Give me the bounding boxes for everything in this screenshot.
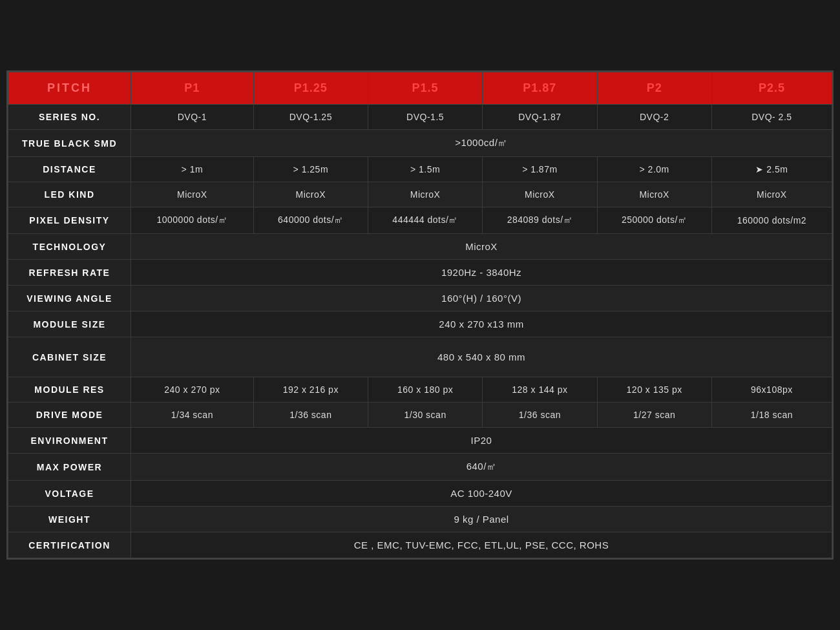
col-header-p1-5: P1.5 <box>368 72 482 105</box>
row-cell: 1/36 scan <box>253 403 368 428</box>
row-span-cell: IP20 <box>131 428 832 454</box>
row-cell: 1/36 scan <box>483 403 597 428</box>
row-cell: MicroX <box>368 182 482 207</box>
row-cell: MicroX <box>131 182 254 207</box>
row-cell: 444444 dots/㎡ <box>368 207 482 234</box>
table-row: DRIVE MODE1/34 scan1/36 scan1/30 scan1/3… <box>8 403 832 428</box>
table-row: SERIES NO.DVQ-1DVQ-1.25DVQ-1.5DVQ-1.87DV… <box>8 105 832 130</box>
row-label: CERTIFICATION <box>8 532 131 558</box>
row-cell: 1/30 scan <box>368 403 482 428</box>
table-row: MODULE SIZE240 x 270 x13 mm <box>8 311 832 337</box>
col-header-p2: P2 <box>597 72 711 105</box>
row-label: DRIVE MODE <box>8 403 131 428</box>
col-header-p1-87: P1.87 <box>483 72 597 105</box>
row-label: TECHNOLOGY <box>8 234 131 260</box>
table-row: VOLTAGEAC 100-240V <box>8 481 832 507</box>
row-cell: 640000 dots/㎡ <box>253 207 368 234</box>
row-label: SERIES NO. <box>8 105 131 130</box>
table-row: MAX POWER640/㎡ <box>8 454 832 481</box>
row-cell: MicroX <box>483 182 597 207</box>
row-span-cell: 640/㎡ <box>131 454 832 481</box>
row-cell: DVQ- 2.5 <box>711 105 832 130</box>
row-span-cell: 480 x 540 x 80 mm <box>131 337 832 377</box>
row-cell: > 1.5m <box>368 157 482 182</box>
row-cell: MicroX <box>253 182 368 207</box>
row-cell: 160000 dots/m2 <box>711 207 832 234</box>
row-cell: 160 x 180 px <box>368 377 482 403</box>
row-span-cell: AC 100-240V <box>131 481 832 507</box>
header-row: PITCH P1 P1.25 P1.5 P1.87 P2 P2.5 <box>8 72 832 105</box>
row-cell: DVQ-1.87 <box>483 105 597 130</box>
row-label: TRUE BLACK SMD <box>8 130 131 157</box>
table-row: CERTIFICATIONCE , EMC, TUV-EMC, FCC, ETL… <box>8 532 832 558</box>
row-cell: DVQ-2 <box>597 105 711 130</box>
row-label: MODULE SIZE <box>8 311 131 337</box>
row-span-cell: 160°(H) / 160°(V) <box>131 286 832 311</box>
table-row: WEIGHT9 kg / Panel <box>8 507 832 532</box>
row-span-cell: 1920Hz - 3840Hz <box>131 260 832 286</box>
row-cell: 96x108px <box>711 377 832 403</box>
row-cell: 250000 dots/㎡ <box>597 207 711 234</box>
row-cell: 1/34 scan <box>131 403 254 428</box>
row-label: REFRESH RATE <box>8 260 131 286</box>
row-cell: 120 x 135 px <box>597 377 711 403</box>
table-row: TECHNOLOGYMicroX <box>8 234 832 260</box>
row-label: DISTANCE <box>8 157 131 182</box>
table-row: ENVIRONMENTIP20 <box>8 428 832 454</box>
table-row: VIEWING ANGLE160°(H) / 160°(V) <box>8 286 832 311</box>
table-row: CABINET SIZE480 x 540 x 80 mm <box>8 337 832 377</box>
row-cell: 128 x 144 px <box>483 377 597 403</box>
row-cell: MicroX <box>597 182 711 207</box>
row-label: PIXEL DENSITY <box>8 207 131 234</box>
row-cell: ➤ 2.5m <box>711 157 832 182</box>
table-row: DISTANCE> 1m> 1.25m> 1.5m> 1.87m> 2.0m➤ … <box>8 157 832 182</box>
row-label: WEIGHT <box>8 507 131 532</box>
spec-table: PITCH P1 P1.25 P1.5 P1.87 P2 P2.5 SERIES… <box>8 72 832 558</box>
row-cell: > 2.0m <box>597 157 711 182</box>
col-header-p1: P1 <box>131 72 254 105</box>
row-cell: 284089 dots/㎡ <box>483 207 597 234</box>
row-span-cell: 240 x 270 x13 mm <box>131 311 832 337</box>
row-label: ENVIRONMENT <box>8 428 131 454</box>
table-row: TRUE BLACK SMD>1000cd/㎡ <box>8 130 832 157</box>
row-span-cell: CE , EMC, TUV-EMC, FCC, ETL,UL, PSE, CCC… <box>131 532 832 558</box>
row-cell: 1/27 scan <box>597 403 711 428</box>
row-label: MAX POWER <box>8 454 131 481</box>
row-cell: 1/18 scan <box>711 403 832 428</box>
col-header-p2-5: P2.5 <box>711 72 832 105</box>
row-cell: 240 x 270 px <box>131 377 254 403</box>
row-cell: 1000000 dots/㎡ <box>131 207 254 234</box>
table-row: MODULE RES240 x 270 px192 x 216 px160 x … <box>8 377 832 403</box>
row-label: CABINET SIZE <box>8 337 131 377</box>
row-label: VIEWING ANGLE <box>8 286 131 311</box>
row-cell: MicroX <box>711 182 832 207</box>
row-cell: 192 x 216 px <box>253 377 368 403</box>
spec-table-wrapper: PITCH P1 P1.25 P1.5 P1.87 P2 P2.5 SERIES… <box>6 70 834 560</box>
row-cell: DVQ-1.5 <box>368 105 482 130</box>
row-cell: > 1m <box>131 157 254 182</box>
table-row: LED KINDMicroXMicroXMicroXMicroXMicroXMi… <box>8 182 832 207</box>
row-cell: DVQ-1 <box>131 105 254 130</box>
row-cell: DVQ-1.25 <box>253 105 368 130</box>
row-label: LED KIND <box>8 182 131 207</box>
table-row: PIXEL DENSITY1000000 dots/㎡640000 dots/㎡… <box>8 207 832 234</box>
row-span-cell: MicroX <box>131 234 832 260</box>
row-span-cell: 9 kg / Panel <box>131 507 832 532</box>
row-cell: > 1.87m <box>483 157 597 182</box>
row-span-cell: >1000cd/㎡ <box>131 130 832 157</box>
row-label: VOLTAGE <box>8 481 131 507</box>
col-header-p1-25: P1.25 <box>253 72 368 105</box>
table-row: REFRESH RATE1920Hz - 3840Hz <box>8 260 832 286</box>
row-cell: > 1.25m <box>253 157 368 182</box>
pitch-header: PITCH <box>8 72 131 105</box>
row-label: MODULE RES <box>8 377 131 403</box>
